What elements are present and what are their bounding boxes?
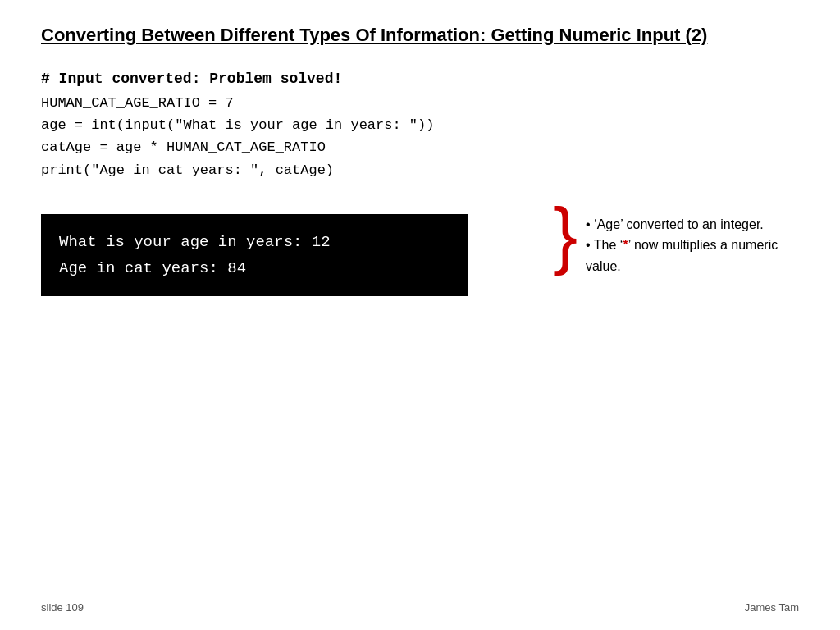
- right-side: } • ‘Age’ converted to an integer. • The…: [553, 206, 799, 277]
- note-bullet-2: • The ‘*’ now multiplies a numeric value…: [586, 235, 799, 276]
- curly-brace-icon: }: [553, 198, 578, 272]
- terminal-line-2: Age in cat years: 84: [59, 255, 450, 281]
- code-line-1: HUMAN_CAT_AGE_RATIO = 7: [41, 92, 799, 114]
- terminal-output: What is your age in years: 12 Age in cat…: [41, 214, 468, 297]
- comment-line: # Input converted: Problem solved!: [41, 71, 799, 87]
- code-line-2: age = int(input("What is your age in yea…: [41, 114, 799, 136]
- note-bullet-2-prefix: • The ‘: [586, 238, 623, 252]
- notes-text: • ‘Age’ converted to an integer. • The ‘…: [586, 214, 799, 277]
- footer: slide 109 James Tam: [41, 601, 799, 614]
- code-line-4: print("Age in cat years: ", catAge): [41, 159, 799, 181]
- author-name: James Tam: [745, 601, 799, 614]
- code-line-3: catAge = age * HUMAN_CAT_AGE_RATIO: [41, 136, 799, 158]
- left-side: What is your age in years: 12 Age in cat…: [41, 198, 536, 297]
- slide-number: slide 109: [41, 601, 84, 614]
- code-section: # Input converted: Problem solved! HUMAN…: [41, 71, 799, 181]
- slide-container: Converting Between Different Types Of In…: [0, 0, 840, 630]
- terminal-line-1: What is your age in years: 12: [59, 229, 450, 255]
- note-bullet-1: • ‘Age’ converted to an integer.: [586, 214, 799, 235]
- code-block: HUMAN_CAT_AGE_RATIO = 7 age = int(input(…: [41, 92, 799, 181]
- slide-title: Converting Between Different Types Of In…: [41, 25, 799, 46]
- content-area: What is your age in years: 12 Age in cat…: [41, 198, 799, 297]
